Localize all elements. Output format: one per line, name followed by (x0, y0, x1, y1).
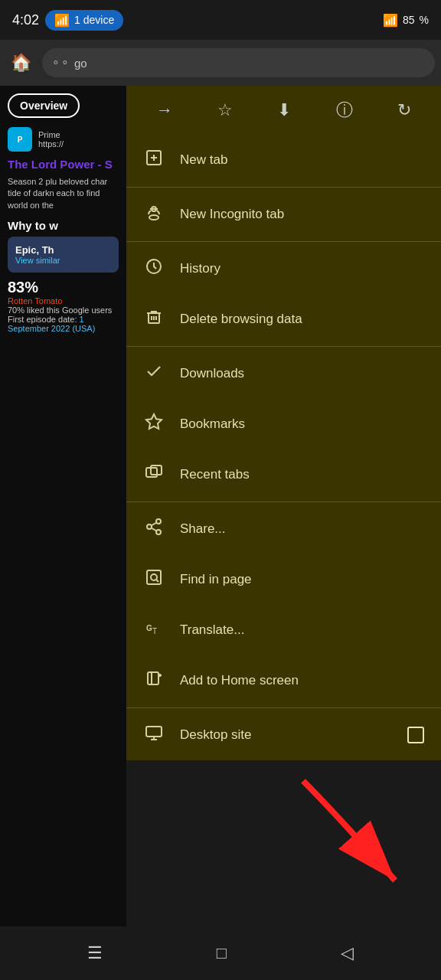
menu-item-find-in-page[interactable]: Find in page (126, 554, 441, 605)
card-box: Epic, Th View similar (8, 237, 119, 273)
svg-point-21 (151, 574, 157, 580)
incognito-icon (143, 203, 165, 226)
card-link[interactable]: View similar (15, 256, 111, 265)
forward-icon[interactable]: → (150, 94, 179, 126)
why-heading: Why to w (8, 219, 119, 232)
battery-label: 85 (403, 14, 415, 26)
divider-1 (126, 187, 441, 188)
address-text: go (74, 57, 87, 70)
downloads-icon (143, 362, 165, 385)
bookmark-icon[interactable]: ☆ (211, 94, 239, 126)
svg-line-19 (152, 523, 157, 526)
share-icon (143, 518, 165, 541)
divider-2 (126, 241, 441, 242)
svg-point-15 (156, 519, 161, 524)
status-right: 📶 85 % (383, 13, 429, 28)
battery-icon: % (420, 14, 429, 26)
svg-text:T: T (152, 627, 157, 635)
divider-3 (126, 346, 441, 347)
history-label: History (180, 261, 424, 276)
menu-toolbar: → ☆ ⬇ ⓘ ↻ (126, 86, 441, 135)
recent-tabs-icon (143, 463, 165, 486)
menu-item-downloads[interactable]: Downloads (126, 348, 441, 399)
menu-item-history[interactable]: History (126, 243, 441, 294)
svg-point-4 (149, 215, 158, 220)
new-tab-label: New tab (180, 152, 424, 168)
overview-button[interactable]: Overview (8, 93, 80, 118)
svg-rect-29 (146, 727, 162, 737)
delete-data-label: Delete browsing data (180, 312, 424, 327)
translate-label: Translate... (180, 622, 424, 638)
info-icon[interactable]: ⓘ (330, 93, 359, 128)
status-time: 4:02 (12, 12, 39, 28)
status-device: 📶 1 device (45, 10, 123, 31)
home-icon[interactable]: 🏠 (6, 48, 36, 77)
svg-rect-20 (147, 570, 161, 584)
prime-logo: P (8, 127, 32, 152)
downloads-label: Downloads (180, 366, 424, 381)
incognito-label: New Incognito tab (180, 207, 424, 222)
first-ep: First episode date: 1 September 2022 (US… (8, 315, 119, 333)
status-left: 4:02 📶 1 device (12, 10, 123, 31)
prime-url: https:// (38, 139, 64, 149)
svg-rect-25 (148, 672, 158, 684)
menu-item-recent-tabs[interactable]: Recent tabs (126, 449, 441, 500)
page-title: The Lord Power - S (8, 158, 119, 172)
menu-item-incognito[interactable]: New Incognito tab (126, 189, 441, 240)
device-label: 1 device (74, 14, 114, 26)
refresh-icon[interactable]: ↻ (391, 94, 417, 126)
svg-point-17 (156, 530, 161, 534)
square-icon[interactable]: □ (217, 943, 227, 963)
menu-item-desktop-site[interactable]: Desktop site (126, 710, 441, 760)
red-arrow-overlay (288, 766, 426, 903)
menu-item-share[interactable]: Share... (126, 504, 441, 554)
add-home-label: Add to Home screen (180, 673, 424, 688)
address-bar[interactable]: ⚬⚬ go (42, 48, 435, 77)
menu-item-add-home[interactable]: Add to Home screen (126, 655, 441, 706)
bottom-nav: ☰ □ ◁ (0, 926, 441, 980)
signal-icon: 📶 (383, 13, 398, 28)
bookmarks-label: Bookmarks (180, 416, 424, 432)
recent-tabs-label: Recent tabs (180, 467, 424, 482)
menu-item-new-tab[interactable]: New tab (126, 135, 441, 185)
find-icon (143, 568, 165, 591)
svg-point-16 (147, 524, 152, 529)
svg-text:G: G (146, 624, 152, 632)
prime-row: P Prime https:// (8, 127, 119, 152)
divider-4 (126, 501, 441, 502)
bookmarks-icon (143, 413, 165, 436)
browser-bar: 🏠 ⚬⚬ go (0, 40, 441, 86)
find-in-page-label: Find in page (180, 572, 424, 587)
dropdown-menu: New tab New Incognito tab History (126, 135, 441, 760)
page-description: Season 2 plu beloved char tide of darkn … (8, 176, 119, 211)
rt-label: Rotten Tomato (8, 296, 119, 305)
svg-line-18 (152, 528, 157, 531)
delete-icon (143, 308, 165, 331)
new-tab-icon (143, 149, 165, 172)
desktop-icon (143, 724, 165, 746)
rating: 83% (8, 279, 119, 296)
back-icon[interactable]: ◁ (341, 943, 354, 963)
card-title: Epic, Th (15, 244, 111, 256)
menu-item-bookmarks[interactable]: Bookmarks (126, 399, 441, 449)
svg-marker-12 (146, 414, 162, 429)
desktop-site-label: Desktop site (180, 727, 392, 743)
add-home-icon (143, 669, 165, 692)
desktop-site-checkbox[interactable] (407, 727, 424, 743)
menu-item-translate[interactable]: G T Translate... (126, 605, 441, 655)
divider-5 (126, 707, 441, 708)
share-label: Share... (180, 521, 424, 537)
svg-line-22 (156, 580, 158, 582)
address-security-icon: ⚬⚬ (51, 57, 70, 69)
menu-item-delete-data[interactable]: Delete browsing data (126, 294, 441, 345)
prime-label: Prime (38, 130, 64, 139)
page-background: Overview P Prime https:// The Lord Power… (0, 86, 126, 926)
translate-icon: G T (143, 619, 165, 642)
history-icon (143, 257, 165, 280)
wifi-icon: 📶 (54, 13, 70, 28)
liked-text: 70% liked this Google users (8, 305, 119, 315)
hamburger-menu-icon[interactable]: ☰ (87, 943, 103, 963)
status-bar: 4:02 📶 1 device 📶 85 % (0, 0, 441, 40)
download-icon[interactable]: ⬇ (271, 94, 297, 126)
